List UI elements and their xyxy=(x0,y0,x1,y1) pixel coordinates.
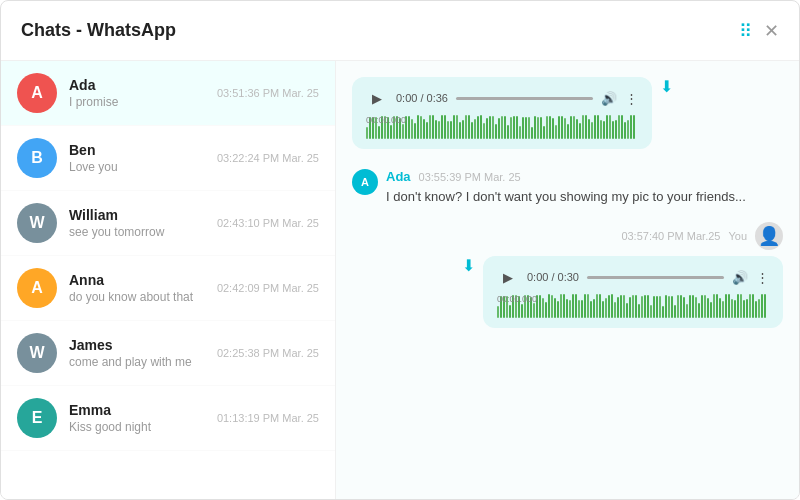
waveform-bar xyxy=(525,117,527,139)
waveform-bar xyxy=(408,116,410,139)
outgoing-volume-icon[interactable]: 🔊 xyxy=(732,270,748,285)
outgoing-audio-time: 0:00 / 0:30 xyxy=(527,271,579,283)
waveform-bar xyxy=(414,123,416,139)
waveform-bar xyxy=(704,295,706,318)
outgoing-meta: 03:57:40 PM Mar.25 You 👤 xyxy=(621,222,783,250)
waveform-bar xyxy=(609,115,611,139)
waveform-bar xyxy=(495,124,497,139)
waveform-bar xyxy=(537,117,539,139)
chat-list-item-anna[interactable]: A Anna do you know about that 02:42:09 P… xyxy=(1,256,335,321)
waveform-bar xyxy=(719,298,721,318)
waveform-bar xyxy=(612,121,614,139)
waveform-bar xyxy=(743,300,745,318)
waveform-bar xyxy=(737,294,739,318)
waveform-bar xyxy=(570,116,572,139)
waveform-bar xyxy=(504,116,506,139)
waveform-bar xyxy=(752,294,754,318)
close-icon[interactable]: ✕ xyxy=(764,20,779,42)
waveform-bar xyxy=(569,300,571,318)
chat-list-item-william[interactable]: W William see you tomorrow 02:43:10 PM M… xyxy=(1,191,335,256)
chat-name: James xyxy=(69,337,209,353)
waveform-bar xyxy=(632,295,634,318)
waveform-bar xyxy=(566,299,568,318)
waveform-bar xyxy=(641,296,643,318)
main-layout: A Ada I promise 03:51:36 PM Mar. 25 B Be… xyxy=(1,61,799,500)
app-header: Chats - WhatsApp ⠿ ✕ xyxy=(1,1,799,61)
avatar: B xyxy=(17,138,57,178)
chat-preview: I promise xyxy=(69,95,209,109)
waveform-bar xyxy=(624,122,626,139)
waveform-bar xyxy=(498,118,500,139)
waveform-bar xyxy=(450,121,452,139)
waveform-bar xyxy=(522,117,524,139)
waveform-bar xyxy=(656,296,658,318)
waveform-bar xyxy=(555,125,557,139)
chat-preview: Kiss good night xyxy=(69,420,209,434)
outgoing-download-icon[interactable]: ⬇ xyxy=(462,256,475,275)
sender-name: Ada xyxy=(386,169,411,184)
download-icon[interactable]: ⬇ xyxy=(660,77,673,96)
waveform-bar xyxy=(608,295,610,318)
waveform-bar xyxy=(483,123,485,139)
waveform-bar xyxy=(615,120,617,139)
chat-list-item-james[interactable]: W James come and play with me 02:25:38 P… xyxy=(1,321,335,386)
waveform-bar xyxy=(665,295,667,318)
waveform-bar xyxy=(695,297,697,318)
waveform-bar xyxy=(528,117,530,139)
chat-info: Anna do you know about that xyxy=(69,272,209,304)
chat-time: 02:43:10 PM Mar. 25 xyxy=(217,217,319,229)
chat-name: Emma xyxy=(69,402,209,418)
waveform-bar xyxy=(602,301,604,318)
chat-list-item-emma[interactable]: E Emma Kiss good night 01:13:19 PM Mar. … xyxy=(1,386,335,451)
chat-name: Ben xyxy=(69,142,209,158)
chat-list-item-ada[interactable]: A Ada I promise 03:51:36 PM Mar. 25 xyxy=(1,61,335,126)
grid-icon[interactable]: ⠿ xyxy=(739,20,752,42)
chat-info: Emma Kiss good night xyxy=(69,402,209,434)
chat-info: William see you tomorrow xyxy=(69,207,209,239)
waveform-bar xyxy=(545,302,547,318)
avatar: A xyxy=(17,73,57,113)
waveform-bar xyxy=(551,295,553,318)
waveform-timestamp: 00:00.000 xyxy=(366,115,406,125)
waveform-bar xyxy=(435,120,437,139)
more-options-icon[interactable]: ⋮ xyxy=(625,91,638,106)
waveform-bar xyxy=(740,294,742,318)
waveform-bar xyxy=(546,116,548,139)
incoming-audio-message: ▶ 0:00 / 0:36 🔊 ⋮ 00:00.000 ⬇ xyxy=(352,77,783,149)
waveform-bar xyxy=(477,116,479,139)
waveform-bar xyxy=(689,295,691,318)
outgoing-play-button[interactable]: ▶ xyxy=(497,266,519,288)
waveform-bar xyxy=(596,294,598,318)
waveform-bar xyxy=(707,298,709,318)
waveform-bar xyxy=(471,122,473,139)
incoming-audio-bubble: ▶ 0:00 / 0:36 🔊 ⋮ 00:00.000 xyxy=(352,77,652,149)
waveform-bar xyxy=(453,115,455,139)
audio-progress-slider[interactable] xyxy=(456,97,593,100)
waveform-bar xyxy=(731,299,733,318)
you-label: You xyxy=(728,230,747,242)
outgoing-waveform-timestamp: 00:00.000 xyxy=(497,294,537,304)
incoming-text-message: A Ada 03:55:39 PM Mar. 25 I don't know? … xyxy=(352,169,783,206)
waveform-bar xyxy=(573,116,575,139)
outgoing-more-icon[interactable]: ⋮ xyxy=(756,270,769,285)
waveform-bar xyxy=(578,300,580,318)
waveform-bar xyxy=(426,122,428,139)
outgoing-avatar: 👤 xyxy=(755,222,783,250)
waveform-bar xyxy=(638,304,640,318)
waveform-bar xyxy=(618,115,620,139)
chat-info: James come and play with me xyxy=(69,337,209,369)
chat-list-item-ben[interactable]: B Ben Love you 03:22:24 PM Mar. 25 xyxy=(1,126,335,191)
play-button[interactable]: ▶ xyxy=(366,87,388,109)
waveform-bar xyxy=(594,115,596,139)
waveform-bar xyxy=(585,115,587,139)
outgoing-audio-slider[interactable] xyxy=(587,276,724,279)
waveform-bar xyxy=(620,295,622,318)
chat-info: Ada I promise xyxy=(69,77,209,109)
waveform-bar xyxy=(417,115,419,139)
waveform-bar xyxy=(635,295,637,318)
waveform-bar xyxy=(659,296,661,318)
waveform-bar xyxy=(411,119,413,139)
chat-time: 01:13:19 PM Mar. 25 xyxy=(217,412,319,424)
volume-icon[interactable]: 🔊 xyxy=(601,91,617,106)
waveform-bar xyxy=(725,294,727,318)
